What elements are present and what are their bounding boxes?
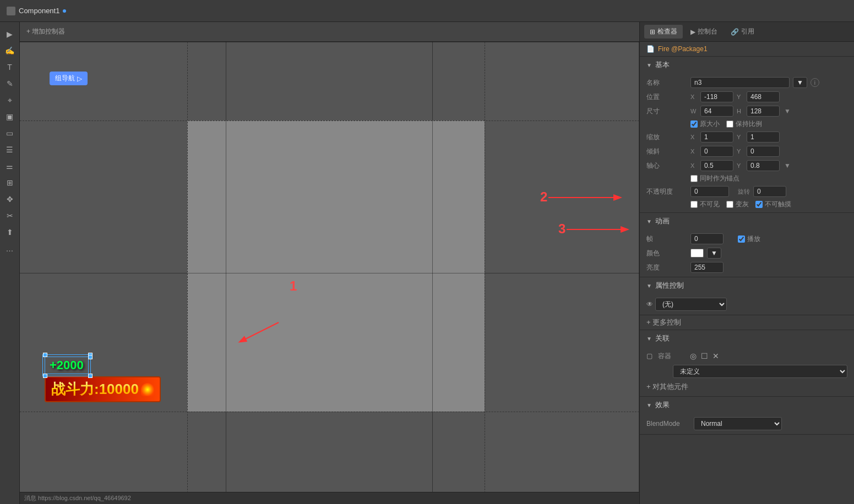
container-remove-btn[interactable]: ✕ [711,350,720,361]
section-effects-header[interactable]: ▼ 效果 [640,397,854,413]
container-label: 容器 [658,352,686,361]
tool-list[interactable]: ☰ [2,142,18,157]
invisible-checkbox[interactable]: 不可见 [690,200,720,209]
file-path-row: 📄 Fire @Package1 [640,42,854,57]
section-animation: ▼ 动画 帧 播放 [640,213,854,277]
color-dropdown[interactable]: ▼ [707,248,721,259]
frame-input[interactable] [690,233,724,244]
tab-console[interactable]: ▶ 控制台 [685,25,723,39]
handle-right[interactable] [88,355,93,359]
keep-ratio-checkbox[interactable]: 保持比例 [726,119,762,129]
tool-grid[interactable]: ⊞ [2,175,18,190]
canvas-center-area [187,120,485,412]
pivot-y-input[interactable] [747,160,780,171]
pivot-expand-btn[interactable]: ▼ [783,161,792,171]
anchor-checkbox[interactable]: 同时作为锚点 [690,174,739,183]
skew-x-group: X [690,146,733,157]
blendmode-dropdown[interactable]: Normal [694,417,782,430]
container-expand-btn[interactable]: ☐ [700,350,709,361]
dashed-line-bottom [20,412,639,412]
size-expand-btn[interactable]: ▼ [783,106,792,116]
section-relationship-header[interactable]: ▼ 关联 [640,330,854,347]
section-relationship-body: ▢ 容器 ◎ ☐ ✕ 未定义 [640,347,854,396]
position-label: 位置 [646,92,690,102]
tool-stack[interactable]: ⬆ [2,224,18,240]
tool-more[interactable]: … [2,241,18,256]
tool-3d[interactable]: ▭ [2,125,18,141]
section-property-control-header[interactable]: ▼ 属性控制 [640,277,854,294]
canvas-area: + 增加控制器 组导航 ▷ +2000 [20,22,639,504]
skew-x-input[interactable] [700,146,733,157]
name-input[interactable] [690,77,790,88]
grayed-label: 变灰 [736,200,749,209]
play-checkbox[interactable]: 播放 [738,234,760,244]
color-swatch[interactable] [690,249,704,258]
tool-rect[interactable]: ▣ [2,109,18,124]
container-target-btn[interactable]: ◎ [689,350,698,361]
add-controller-btn[interactable]: + 增加控制器 [26,27,65,36]
annotation-1: 1 [290,278,297,294]
tool-move[interactable]: ✥ [2,191,18,207]
prop-brightness-row: 亮度 [640,260,854,275]
prop-scale-row: 缩放 X Y [640,130,854,144]
checkbox-row-visibility: 不可见 变灰 不可触摸 [640,199,854,210]
handle-bottom-right[interactable] [88,374,93,378]
scale-y-input[interactable] [747,132,780,143]
tool-layers[interactable]: ⚌ [2,158,18,174]
pivot-y-group: Y [737,160,780,171]
scale-x-input[interactable] [700,132,733,143]
info-icon[interactable]: i [811,78,819,87]
container-icon: ▢ [646,352,652,360]
pivot-value-group: X Y ▼ [690,160,847,171]
brightness-value-group [690,262,847,273]
nav-button-label: 组导航 [55,74,75,83]
pos-y-label: Y [737,94,744,100]
section-property-control: ▼ 属性控制 👁 (无) [640,277,854,315]
checkbox-row-size: 原大小 保持比例 [640,118,854,130]
more-control-btn[interactable]: + 更多控制 [640,315,688,330]
name-value-group: ▼ i [690,77,847,88]
tab-console-label: 控制台 [698,27,717,36]
file-path-text: Fire @Package1 [658,45,708,53]
opacity-input[interactable] [690,186,729,197]
property-control-dropdown[interactable]: (无) [655,298,727,311]
tool-hand[interactable]: ✍ [2,43,18,58]
canvas-content: 组导航 ▷ +2000 [20,42,639,504]
arrow-relationship: ▼ [646,336,652,342]
tool-cursor[interactable]: ▶ [2,26,18,42]
container-dropdown[interactable]: 未定义 [673,365,847,378]
rotation-input[interactable] [753,186,786,197]
pivot-x-input[interactable] [700,160,733,171]
nav-button[interactable]: 组导航 ▷ [50,72,88,85]
untouchable-checkbox[interactable]: 不可触摸 [755,200,791,209]
tool-edit[interactable]: ✎ [2,76,18,91]
scale-x-group: X [690,132,733,143]
prop-skew-row: 倾斜 X Y [640,144,854,158]
tab-reference[interactable]: 🔗 引用 [725,25,760,39]
skew-y-input[interactable] [747,146,780,157]
prop-color-row: 颜色 ▼ [640,246,854,260]
handle-top[interactable] [43,353,47,357]
pos-y-input[interactable] [747,91,780,102]
handle-bottom[interactable] [43,374,47,378]
pos-x-input[interactable] [700,91,733,102]
tool-crop[interactable]: ✂ [2,208,18,223]
invisible-label: 不可见 [700,200,720,209]
combat-power-text: 战斗力:10000 [51,380,139,399]
size-h-input[interactable] [747,106,780,117]
tab-inspector[interactable]: ⊞ 检查器 [644,25,683,39]
arrow-1 [185,306,295,361]
prop-pivot-row: 轴心 X Y ▼ [640,158,854,173]
tool-text[interactable]: T [2,59,18,75]
brightness-input[interactable] [690,262,724,273]
tool-anchor[interactable]: ⌖ [2,92,18,108]
section-basic-header[interactable]: ▼ 基本 [640,57,854,73]
original-size-checkbox[interactable]: 原大小 [690,119,720,129]
size-w-input[interactable] [700,106,733,117]
svg-line-0 [240,322,279,342]
name-dropdown[interactable]: ▼ [793,77,807,88]
size-value-group: W H ▼ [690,106,847,117]
grayed-checkbox[interactable]: 变灰 [726,200,749,209]
more-elements-btn[interactable]: + 对其他元件 [640,380,695,394]
section-animation-header[interactable]: ▼ 动画 [640,213,854,229]
